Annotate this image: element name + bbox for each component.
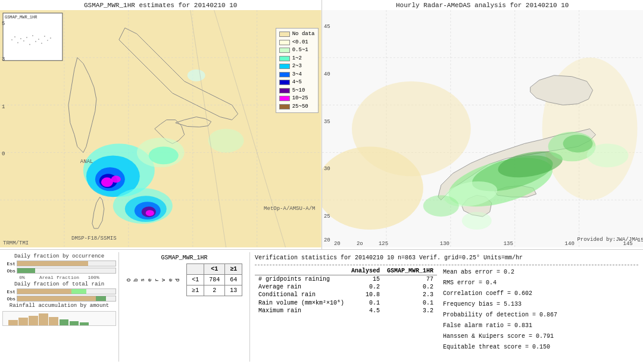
verif-analysed-4: 4.5 <box>348 307 383 315</box>
legend-1-2: 1~2 <box>292 55 302 63</box>
svg-text:0: 0 <box>2 151 5 157</box>
svg-point-19 <box>146 210 154 216</box>
svg-point-39 <box>44 36 45 37</box>
svg-text:140: 140 <box>564 241 574 247</box>
svg-text:45: 45 <box>323 24 330 30</box>
verif-table: Analysed GSMAP_MWR_1HR # gridpoints rain… <box>255 267 437 315</box>
top-maps-row: GSMAP_MWR_1HR estimates for 20140210 10 <box>0 0 643 250</box>
verif-gsmap-2: 2.3 <box>383 291 437 299</box>
svg-text:ANAL: ANAL <box>80 159 93 165</box>
svg-point-34 <box>29 44 30 45</box>
obs-label-2: Obs <box>2 296 15 302</box>
legend-10-25: 10~25 <box>292 95 308 103</box>
verif-table-container: Analysed GSMAP_MWR_1HR # gridpoints rain… <box>255 267 437 353</box>
verif-row-2: Conditional rain 10.8 2.3 <box>255 291 437 299</box>
total-rain-chart-title: Daily fraction of total rain <box>2 281 116 287</box>
svg-point-41 <box>50 37 51 39</box>
map-legend: No data <0.01 0.5~1 1~2 2~3 3~4 4~5 5~10… <box>276 28 319 113</box>
bottom-row: Daily fraction by occurrence Est Obs 0% … <box>0 250 643 364</box>
col-header-gte1: ≥1 <box>225 264 242 275</box>
cell-784: 784 <box>204 275 225 285</box>
axis-label-1: 0% Areal fraction 100% <box>2 275 116 280</box>
verif-stats-row: Analysed GSMAP_MWR_1HR # gridpoints rain… <box>255 267 638 353</box>
verif-gsmap-4: 3.2 <box>383 307 437 315</box>
svg-point-32 <box>23 40 24 42</box>
left-map-svg: GSMAP_MWR_1HR 5 3 1 0 <box>0 10 322 247</box>
verif-row-1: Average rain 0.2 0.2 <box>255 283 437 291</box>
svg-text:20: 20 <box>323 237 330 243</box>
verif-row-0: # gridpoints raining 15 77 <box>255 275 437 284</box>
col-header-lt1: <1 <box>204 264 225 275</box>
verif-title: Verification statistics for 20140210 10 … <box>255 255 638 261</box>
svg-text:5: 5 <box>2 21 5 27</box>
legend-5-10: 5~10 <box>292 87 305 95</box>
est-label-1: Est <box>2 261 15 266</box>
legend-4-5: 4~5 <box>292 79 302 87</box>
svg-point-67 <box>563 134 592 152</box>
svg-point-40 <box>47 40 48 41</box>
mini-charts-section: Daily fraction by occurrence Est Obs 0% … <box>0 252 119 362</box>
verif-divider <box>255 265 638 265</box>
cell-2: 2 <box>204 285 225 296</box>
verif-row-3: Rain volume (mm×km²×10⁶) 0.1 0.1 <box>255 299 437 307</box>
stat-hk: Hanssen & Kuipers score = 0.791 <box>443 331 557 342</box>
verif-analysed-1: 0.2 <box>348 283 383 291</box>
est-label-2: Est <box>2 289 15 294</box>
col-empty <box>187 264 204 275</box>
right-stats-block: Mean abs error = 0.2 RMS error = 0.4 Cor… <box>443 267 557 353</box>
svg-text:35: 35 <box>323 119 330 125</box>
svg-point-71 <box>461 212 491 230</box>
right-map-title: Hourly Radar-AMeDAS analysis for 2014021… <box>322 0 644 10</box>
dmsp-label: DMSP-F18/SSMIS <box>71 236 117 241</box>
stat-mae: Mean abs error = 0.2 <box>443 267 557 278</box>
right-map-svg: 45 40 35 30 25 20 125 130 135 140 145 20… <box>322 10 644 247</box>
svg-point-23 <box>188 70 205 81</box>
trmm-label: TRMM/TMI <box>3 240 29 246</box>
legend-2-3: 2~3 <box>292 62 302 71</box>
svg-text:135: 135 <box>503 241 513 247</box>
svg-text:125: 125 <box>378 241 388 247</box>
svg-point-37 <box>38 39 39 40</box>
metop-label: MetOp-A/AMSU-A/M <box>264 206 315 212</box>
verif-gsmap-3: 0.1 <box>383 299 437 307</box>
contingency-title: GSMAP_MWR_1HR <box>124 255 245 261</box>
svg-point-35 <box>32 35 33 36</box>
svg-point-31 <box>20 38 21 39</box>
table-row-1: <1 784 64 <box>187 275 242 285</box>
stat-pod: Probability of detection = 0.867 <box>443 310 557 321</box>
stat-freq: Frequency bias = 5.133 <box>443 299 557 310</box>
left-map-panel: GSMAP_MWR_1HR estimates for 20140210 10 <box>0 0 322 249</box>
svg-point-36 <box>35 41 36 42</box>
legend-001: <0.01 <box>292 39 308 47</box>
verif-metric-2: Conditional rain <box>255 291 348 299</box>
svg-text:130: 130 <box>439 241 449 247</box>
svg-point-22 <box>208 129 244 153</box>
table-row-2: ≥1 2 13 <box>187 285 242 296</box>
occurrence-chart-title: Daily fraction by occurrence <box>2 253 116 259</box>
cell-13: 13 <box>225 285 242 296</box>
svg-point-38 <box>41 43 42 44</box>
legend-05-1: 0.5~1 <box>292 46 308 55</box>
contingency-table: <1 ≥1 <1 784 64 ≥1 2 13 <box>186 263 242 296</box>
verification-section: Verification statistics for 20140210 10 … <box>250 252 643 362</box>
svg-point-30 <box>17 42 18 43</box>
right-map-canvas: 45 40 35 30 25 20 125 130 135 140 145 20… <box>322 10 644 247</box>
svg-point-14 <box>111 175 121 183</box>
right-map-panel: Hourly Radar-AMeDAS analysis for 2014021… <box>322 0 644 249</box>
verif-metric-3: Rain volume (mm×km²×10⁶) <box>255 299 348 307</box>
obs-bar-1 <box>17 268 116 274</box>
provided-label: Provided by:JWA/JMA <box>577 237 638 243</box>
row-label-lt1: <1 <box>187 275 204 285</box>
svg-text:3: 3 <box>2 57 5 62</box>
svg-text:GSMAP_MWR_1HR: GSMAP_MWR_1HR <box>5 15 37 20</box>
legend-nodata: No data <box>292 30 315 39</box>
verif-analysed-2: 10.8 <box>348 291 383 299</box>
est-bar-1 <box>17 261 116 266</box>
verif-metric-0: # gridpoints raining <box>255 275 348 284</box>
stat-rms: RMS error = 0.4 <box>443 278 557 288</box>
svg-rect-26 <box>3 13 63 61</box>
obs-bar-2 <box>17 296 116 302</box>
stat-far: False alarm ratio = 0.831 <box>443 321 557 331</box>
svg-point-58 <box>351 81 470 177</box>
est-bar-2 <box>17 288 116 294</box>
